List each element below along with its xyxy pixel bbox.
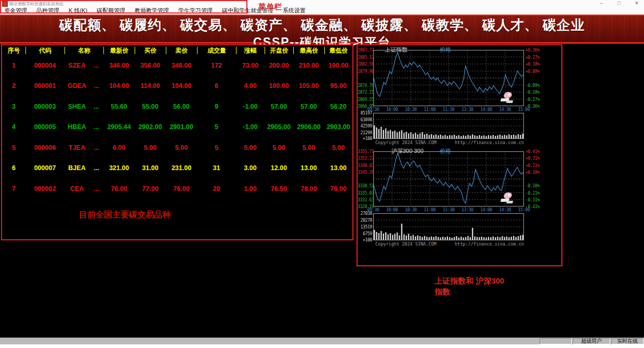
menu-item-3[interactable]: K 线(K)	[69, 7, 87, 15]
cell-open: 100.00	[265, 82, 293, 89]
table-row[interactable]: 6000007BJEA...321.0031.00231.00313.0012.…	[2, 158, 352, 179]
price-axis-label: 3352.27	[358, 156, 372, 161]
price-axis-label: 3345.39	[358, 170, 372, 175]
cell-code: 000006	[25, 144, 64, 151]
cell-low: 190.00	[324, 62, 352, 69]
cell-name: CEA	[64, 185, 89, 192]
quote-table-panel: 序号代码名称最新价买价卖价成交量涨幅开盘价最高价最低价 1000004SZEA.…	[1, 44, 353, 240]
table-row[interactable]: 5000006TJEA...6.005.005.0055.005.005.005…	[2, 137, 352, 158]
pct-axis-label: -0.27%	[525, 97, 540, 102]
cell-low: 13.00	[324, 164, 352, 172]
cell-open: 57.00	[265, 103, 293, 110]
cell-name: GDEA	[64, 82, 89, 89]
cell-change: 1.00	[236, 185, 265, 192]
close-icon[interactable]: ✕	[634, 0, 640, 7]
time-axis-label: 11:30	[443, 208, 455, 212]
price-axis-label: 2879.96	[358, 69, 372, 74]
table-caption: 目前全国主要碳交易品种	[79, 210, 170, 221]
price-axis-label: 3331.63	[358, 198, 372, 202]
menu-item-1[interactable]: 资金管理	[4, 7, 27, 15]
cell-volume: 20	[197, 185, 236, 192]
cell-sell: 2901.00	[166, 123, 197, 131]
table-header-cell: 买价	[135, 47, 166, 54]
menu-annotation-label: 菜单栏	[258, 2, 282, 12]
time-axis-label: 10:30	[405, 107, 417, 112]
table-row[interactable]: 1000004SZEA...346.00356.00346.0017273.00…	[2, 55, 352, 76]
cell-buy: 5.00	[135, 144, 166, 151]
status-bar: 超级用户实时在线	[0, 338, 644, 344]
cell-low: 5.00	[324, 144, 352, 151]
cell-latest: 346.00	[103, 62, 135, 69]
pct-axis-label: -0.18%	[525, 90, 540, 95]
menu-item-2[interactable]: 品种管理	[36, 7, 59, 15]
window-controls: – □ ✕	[598, 0, 640, 7]
cell-change: 3.00	[236, 164, 265, 172]
table-row[interactable]: 2000001GDEA...104.00114.00104.0064.00100…	[2, 76, 352, 97]
status-cell-empty	[540, 338, 572, 344]
cell-sell: 104.00	[166, 82, 197, 89]
cell-latest: 104.00	[103, 82, 135, 89]
time-axis-label: 11:00	[424, 208, 436, 212]
app-window: 碳交易数字科技虚拟实训系统 – □ ✕ 资金管理品种管理K 线(K)碳配额管理教…	[0, 0, 644, 348]
cell-latest: 321.00	[103, 164, 135, 172]
table-header-cell: 最新价	[103, 47, 135, 54]
volume-axis-label: 42599	[358, 124, 372, 128]
banner: 碳配额、 碳履约、 碳交易、 碳资产、 碳金融、 碳披露、 碳教学、 碳人才、 …	[0, 15, 644, 44]
menu-item-6[interactable]: 学生学习管理	[178, 7, 213, 15]
app-icon	[2, 1, 8, 7]
volume-axis-label: 85197	[358, 111, 372, 115]
time-axis-label: 11:30	[443, 107, 455, 112]
time-axis-label: 14:30	[499, 208, 511, 212]
cell-seq: 7	[2, 185, 25, 192]
cell-name: BJEA	[64, 164, 89, 172]
time-axis-label: 10:30	[405, 208, 417, 212]
table-header-cell: 名称	[64, 47, 103, 54]
cell-sell: 76.00	[166, 185, 197, 192]
pct-axis-label: +0.09%	[525, 69, 540, 74]
volume-unit-label: ×100	[358, 238, 372, 242]
window-title: 碳交易数字科技虚拟实训系统	[9, 1, 63, 7]
cell-buy: 55.00	[135, 103, 166, 110]
table-row[interactable]: 3000003SHEA...55.6055.0056.009-1.0057.00…	[2, 96, 352, 117]
price-axis-label: 3348.83	[358, 163, 372, 168]
maximize-icon[interactable]: □	[616, 0, 622, 7]
cell-name: HBEA	[64, 123, 89, 131]
table-header-cell: 卖价	[166, 47, 197, 54]
status-cell-2: 实时在线	[611, 338, 643, 344]
price-axis-label: 3355.71	[358, 149, 372, 154]
charts-annotation-line2: 指数	[435, 286, 504, 297]
cell-dots: ...	[89, 144, 103, 151]
menu-item-8[interactable]: 系统设置	[283, 7, 306, 15]
table-header-cell: 最高价	[293, 47, 324, 54]
pct-axis-label: +0.31%	[525, 156, 540, 161]
table-body: 1000004SZEA...346.00356.00346.0017273.00…	[2, 55, 352, 199]
status-cell-1: 超级用户	[573, 338, 610, 344]
cell-code: 000001	[25, 82, 64, 89]
cell-seq: 2	[2, 82, 25, 89]
pct-axis-label: +0.27%	[525, 55, 540, 60]
cell-code: 000003	[25, 103, 64, 110]
copyright-left: Copyright 2024 SINA.COM	[375, 140, 437, 145]
cell-seq: 5	[2, 144, 25, 151]
volume-plot	[373, 113, 524, 139]
cell-code: 000004	[25, 62, 64, 69]
price-axis-label: 2885.17	[358, 55, 372, 60]
pct-axis-label: -0.21%	[525, 191, 540, 196]
cell-sell: 231.00	[166, 164, 197, 172]
minimize-icon[interactable]: –	[598, 0, 604, 7]
price-axis-label: 3335.07	[358, 191, 372, 196]
volume-plot	[373, 213, 524, 240]
table-row[interactable]: 7000002CEA...76.0077.0076.00201.0076.507…	[2, 178, 352, 199]
cell-change: -1.00	[236, 103, 265, 110]
cell-volume: 31	[197, 164, 236, 172]
table-header-cell: 代码	[25, 47, 64, 54]
volume-axis-label: 20278	[358, 218, 372, 223]
copyright-right: http://finance.sina.com.cn	[455, 140, 524, 145]
cell-sell: 5.00	[166, 144, 197, 151]
table-row[interactable]: 4000005HBEA...2905.442902.002901.005-1.0…	[2, 117, 352, 138]
time-axis-label: 15:00	[518, 208, 530, 212]
menu-item-5[interactable]: 教师教学管理	[135, 7, 169, 15]
time-axis-label: 11:00	[424, 107, 436, 112]
menu-item-4[interactable]: 碳配额管理	[97, 7, 125, 15]
cell-name: TJEA	[64, 144, 89, 151]
